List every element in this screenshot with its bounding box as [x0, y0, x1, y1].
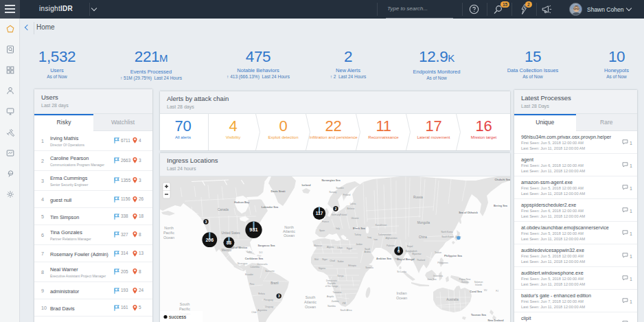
svg-text:Sudan: Sudan: [337, 260, 343, 263]
svg-text:North Korea: North Korea: [441, 231, 452, 233]
svg-text:Sri Lanka: Sri Lanka: [397, 271, 406, 273]
svg-text:Tasman Sea: Tasman Sea: [471, 314, 487, 317]
svg-text:Paraguay: Paraguay: [264, 299, 273, 301]
svg-text:117: 117: [316, 211, 323, 216]
svg-text:FJ: FJ: [496, 290, 498, 292]
svg-text:Ethiopia: Ethiopia: [348, 264, 356, 267]
svg-text:3: 3: [278, 294, 280, 298]
svg-text:Indonesia: Indonesia: [433, 275, 443, 277]
svg-text:2: 2: [334, 207, 336, 211]
svg-text:Belarus: Belarus: [347, 207, 355, 210]
svg-text:Norway: Norway: [330, 191, 337, 194]
svg-text:Coral Sea: Coral Sea: [470, 290, 482, 293]
svg-text:South Korea: South Korea: [441, 235, 454, 238]
svg-text:Bolivia: Bolivia: [258, 292, 265, 295]
svg-text:Peru: Peru: [250, 283, 255, 286]
svg-text:Cuba: Cuba: [246, 251, 252, 253]
svg-text:France: France: [322, 220, 329, 223]
svg-text:South: South: [180, 302, 189, 306]
svg-text:South Africa: South Africa: [340, 309, 352, 312]
svg-text:Tanzania: Tanzania: [333, 291, 342, 294]
svg-text:88: 88: [227, 240, 232, 245]
svg-text:Afghanistan: Afghanistan: [386, 237, 398, 240]
svg-text:Kenya: Kenya: [337, 275, 343, 277]
svg-text:Iran: Iran: [373, 238, 378, 241]
svg-text:Pakistan: Pakistan: [387, 244, 395, 247]
svg-text:Egypt: Egypt: [347, 247, 352, 250]
svg-text:Nigeria: Nigeria: [319, 267, 325, 270]
svg-text:Mongolia: Mongolia: [417, 221, 430, 225]
svg-text:Russia: Russia: [413, 196, 423, 199]
svg-text:ZW: ZW: [343, 302, 346, 305]
svg-text:3: 3: [205, 220, 207, 224]
svg-text:Pacific: Pacific: [163, 231, 174, 235]
svg-text:Pacific: Pacific: [179, 307, 190, 311]
svg-text:Ocean: Ocean: [284, 233, 295, 238]
svg-text:Chad: Chad: [330, 260, 335, 262]
svg-text:Venezuela: Venezuela: [257, 263, 268, 266]
svg-text:Turkey: Turkey: [354, 233, 361, 236]
svg-text:931: 931: [249, 227, 257, 233]
svg-text:Ocean: Ocean: [305, 305, 316, 309]
svg-text:Nepal: Nepal: [407, 245, 413, 248]
svg-text:Zambia: Zambia: [332, 300, 339, 303]
svg-text:Algeria: Algeria: [327, 246, 334, 249]
svg-text:Myanmar: Myanmar: [412, 253, 422, 255]
svg-text:Angola: Angola: [327, 295, 334, 298]
svg-text:Thailand: Thailand: [417, 259, 425, 262]
svg-text:VU: VU: [484, 289, 487, 292]
svg-text:Guinea: Guinea: [461, 281, 469, 284]
svg-text:of the Congo: of the Congo: [325, 285, 338, 288]
svg-text:Somalia: Somalia: [365, 266, 373, 269]
svg-text:Ukraine: Ukraine: [352, 217, 359, 220]
svg-text:Sea of Okhotsk: Sea of Okhotsk: [459, 211, 479, 214]
svg-text:South: South: [306, 295, 315, 299]
svg-text:Nicaragua: Nicaragua: [238, 262, 248, 265]
svg-text:New Zealand: New Zealand: [487, 319, 504, 322]
svg-text:Morocco: Morocco: [314, 244, 322, 247]
svg-text:Brazil: Brazil: [271, 281, 278, 285]
svg-text:Ocean: Ocean: [163, 235, 174, 240]
svg-text:Chile: Chile: [251, 311, 256, 314]
svg-text:Namibia: Namibia: [327, 305, 336, 308]
svg-text:Poland: Poland: [340, 214, 347, 216]
svg-text:206: 206: [205, 238, 214, 242]
svg-text:Spain: Spain: [319, 229, 325, 232]
svg-text:Kazakhstan: Kazakhstan: [376, 224, 387, 227]
svg-text:Labrador Sea: Labrador Sea: [262, 206, 279, 209]
svg-text:North: North: [164, 226, 173, 230]
svg-text:Caribbean Sea: Caribbean Sea: [245, 257, 264, 260]
svg-text:Taiwan: Taiwan: [435, 251, 441, 254]
svg-text:Finland: Finland: [343, 194, 351, 196]
svg-text:China: China: [419, 235, 427, 239]
svg-text:Italy: Italy: [336, 227, 340, 230]
svg-text:Philippine Sea: Philippine Sea: [444, 255, 463, 257]
svg-text:Mali: Mali: [314, 258, 319, 261]
svg-text:Jordan: Jordan: [356, 243, 363, 246]
svg-text:Bering Sea: Bering Sea: [494, 205, 508, 207]
svg-text:Argentina: Argentina: [257, 309, 267, 312]
svg-text:Uruguay: Uruguay: [265, 306, 273, 308]
svg-text:Hudson Bay: Hudson Bay: [234, 201, 250, 204]
svg-text:Arabia: Arabia: [364, 251, 370, 253]
svg-text:Black Sea: Black Sea: [353, 227, 366, 230]
svg-text:Arabian Sea: Arabian Sea: [376, 257, 392, 260]
svg-text:Java Sea: Java Sea: [427, 278, 437, 281]
svg-text:Davis Strait: Davis Strait: [271, 190, 286, 193]
svg-text:Colombia: Colombia: [250, 266, 260, 268]
svg-text:Bay of Bengal: Bay of Bengal: [397, 258, 414, 261]
svg-text:Niger: Niger: [322, 258, 328, 261]
svg-text:Suriname: Suriname: [265, 270, 275, 273]
svg-text:Ecuador: Ecuador: [245, 273, 254, 276]
svg-text:Sargasso Sea: Sargasso Sea: [258, 244, 276, 247]
svg-text:Canada: Canada: [218, 208, 229, 211]
svg-text:Australia: Australia: [446, 298, 459, 301]
svg-text:success: success: [169, 314, 187, 319]
svg-text:Turkmenistan: Turkmenistan: [378, 233, 391, 236]
svg-text:Chukchi Sea: Chukchi Sea: [495, 179, 510, 181]
svg-text:Norwegian Sea: Norwegian Sea: [321, 179, 341, 182]
svg-text:Iceland: Iceland: [301, 184, 311, 187]
svg-text:Latvia: Latvia: [350, 203, 356, 205]
svg-text:Philippines: Philippines: [437, 262, 448, 264]
svg-text:DO: DO: [260, 251, 263, 254]
